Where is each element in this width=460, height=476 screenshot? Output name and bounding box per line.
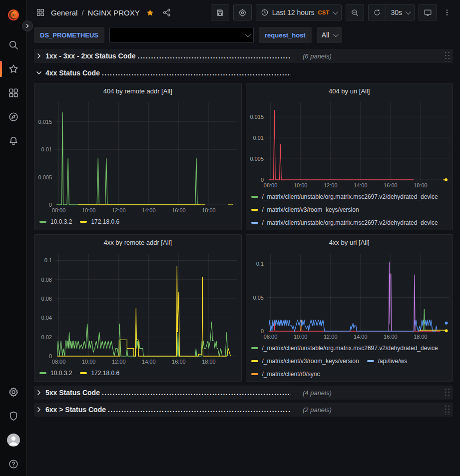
save-icon: [216, 8, 224, 17]
legend-item[interactable]: /api/live/ws: [367, 357, 408, 365]
timeseries-chart[interactable]: 08:0010:0012:0014:0016:0018:0000.0050.01…: [246, 98, 453, 190]
refresh-button-group: 30s: [368, 4, 415, 20]
breadcrumb-separator: /: [81, 8, 83, 17]
explore-compass-icon: [8, 111, 19, 122]
save-dashboard-button[interactable]: [211, 4, 229, 20]
svg-text:0: 0: [49, 202, 52, 208]
legend-item[interactable]: /_matrix/client/v3/room_keys/version: [251, 357, 359, 365]
row-panel-count: (6 panels): [303, 52, 332, 60]
zoom-out-icon: [351, 8, 359, 17]
breadcrumb: General / NGINX PROXY: [34, 6, 207, 19]
navbar: General / NGINX PROXY: [27, 0, 460, 25]
request-host-variable-select[interactable]: All: [317, 27, 343, 43]
panel-4xx-by-remote-addr: 4xx by remote addr [All] 08:0010:0012:00…: [34, 234, 242, 382]
kebab-menu-button[interactable]: [441, 6, 453, 18]
time-range-picker[interactable]: Last 12 hours CST: [256, 4, 342, 20]
svg-text:14:00: 14:00: [142, 207, 156, 213]
row-drag-handle[interactable]: [444, 404, 450, 415]
panel-title[interactable]: 4xx by uri [All]: [246, 235, 453, 250]
row-header-6xx[interactable]: 6xx > Status Code ......................…: [34, 403, 453, 417]
timezone-label: CST: [318, 9, 330, 15]
panel-legend: 10.0.3.2172.18.0.6: [34, 215, 241, 230]
panel-title[interactable]: 404 by uri [All]: [246, 83, 453, 98]
timeseries-chart[interactable]: 08:0010:0012:0014:0016:0018:0000.050.1: [246, 250, 453, 341]
refresh-interval-dropdown[interactable]: 30s: [386, 4, 415, 20]
legend-item[interactable]: /_matrix/client/r0/sync: [251, 370, 320, 378]
svg-text:12:00: 12:00: [323, 182, 337, 188]
share-icon[interactable]: [160, 6, 173, 19]
favorite-star-icon[interactable]: [144, 6, 156, 19]
row-header-1xx-3xx-2xx[interactable]: 1xx - 3xx - 2xx Status Code ............…: [34, 49, 453, 63]
sidebar-item-profile[interactable]: [0, 428, 27, 452]
row-title-wrap: 1xx - 3xx - 2xx Status Code ............…: [45, 52, 291, 60]
panel-grid: 404 by remote addr [All] 08:0010:0012:00…: [34, 83, 453, 382]
legend-item[interactable]: /_matrix/client/unstable/org.matrix.msc2…: [251, 344, 438, 352]
request-host-value: All: [322, 31, 330, 39]
panel-404-by-remote-addr: 404 by remote addr [All] 08:0010:0012:00…: [34, 83, 242, 230]
dashboard-settings-button[interactable]: [233, 4, 252, 20]
zoom-out-button[interactable]: [346, 4, 364, 20]
sidebar: [0, 0, 27, 476]
settings-gear-icon: [238, 8, 247, 17]
panel-title[interactable]: 4xx by remote addr [All]: [34, 235, 241, 250]
legend-item[interactable]: 10.0.3.2: [39, 218, 72, 226]
sidebar-item-search[interactable]: [0, 33, 27, 57]
svg-text:08:00: 08:00: [263, 334, 277, 340]
svg-text:0.015: 0.015: [38, 119, 52, 125]
chevron-right-icon: [25, 23, 30, 28]
timeseries-chart[interactable]: 08:0010:0012:0014:0016:0018:0000.0050.01…: [34, 98, 241, 215]
search-icon: [8, 39, 19, 50]
svg-text:0.04: 0.04: [41, 315, 52, 321]
timeseries-chart[interactable]: 08:0010:0012:0014:0016:0018:0000.020.040…: [34, 250, 241, 366]
row-header-4xx[interactable]: 4xx Status Code ........................…: [34, 66, 453, 80]
breadcrumb-section[interactable]: General: [51, 8, 77, 17]
svg-text:0.1: 0.1: [44, 257, 52, 263]
svg-text:0: 0: [260, 328, 263, 334]
legend-label: /_matrix/client/r0/sync: [262, 371, 320, 378]
request-host-variable-label[interactable]: request_host: [259, 27, 312, 43]
legend-item[interactable]: /_matrix/client/unstable/org.matrix.msc2…: [251, 193, 438, 201]
legend-item[interactable]: 172.18.0.6: [80, 369, 119, 377]
sidebar-item-dashboards[interactable]: [0, 81, 27, 105]
legend-swatch: [80, 221, 87, 223]
row-dots-leader: ........................................…: [102, 389, 291, 397]
sidebar-item-configuration[interactable]: [0, 380, 27, 404]
chevron-right-icon: [36, 407, 42, 413]
svg-text:0.1: 0.1: [256, 261, 263, 267]
sidebar-item-explore[interactable]: [0, 105, 27, 129]
svg-text:0.08: 0.08: [41, 277, 52, 283]
sidebar-item-starred[interactable]: [0, 57, 27, 81]
kebab-menu-icon: [443, 8, 451, 16]
legend-item[interactable]: /_matrix/client/v3/room_keys/version: [251, 206, 359, 214]
row-title: 6xx > Status Code: [45, 406, 106, 414]
row-header-5xx[interactable]: 5xx Status Code ........................…: [34, 386, 453, 400]
refresh-interval-label: 30s: [391, 8, 402, 16]
legend-swatch: [251, 196, 258, 198]
legend-label: /_matrix/client/unstable/org.matrix.msc2…: [262, 193, 438, 200]
panel-title[interactable]: 404 by remote addr [All]: [34, 83, 241, 98]
svg-text:08:00: 08:00: [52, 207, 66, 213]
tv-mode-button[interactable]: [419, 4, 437, 20]
row-drag-handle[interactable]: [444, 387, 450, 398]
svg-text:16:00: 16:00: [384, 334, 398, 340]
panel-legend: 10.0.3.2172.18.0.6: [34, 366, 241, 381]
datasource-variable-label[interactable]: DS_PROMETHEUS: [34, 27, 104, 43]
panel-4xx-by-uri: 4xx by uri [All] 08:0010:0012:0014:0016:…: [246, 234, 454, 382]
legend-item[interactable]: 172.18.0.6: [80, 218, 119, 226]
breadcrumb-dashboard-title[interactable]: NGINX PROXY: [88, 8, 140, 17]
datasource-variable-select[interactable]: [109, 27, 254, 43]
sidebar-expand-button[interactable]: [22, 20, 33, 31]
legend-label: /_matrix/client/unstable/org.matrix.msc2…: [262, 219, 438, 226]
legend-item[interactable]: /_matrix/client/unstable/org.matrix.msc2…: [251, 219, 438, 227]
legend-label: 10.0.3.2: [50, 218, 72, 225]
row-drag-handle[interactable]: [444, 50, 450, 61]
svg-text:0.01: 0.01: [253, 135, 263, 141]
dashboards-icon: [8, 87, 19, 98]
sidebar-item-help[interactable]: [0, 452, 27, 476]
legend-label: /_matrix/client/v3/room_keys/version: [262, 206, 359, 213]
legend-item[interactable]: 10.0.3.2: [39, 369, 72, 377]
sidebar-item-server-admin[interactable]: [0, 404, 27, 428]
sidebar-item-alerting[interactable]: [0, 129, 27, 153]
refresh-button[interactable]: [368, 4, 386, 20]
svg-text:18:00: 18:00: [414, 182, 428, 188]
